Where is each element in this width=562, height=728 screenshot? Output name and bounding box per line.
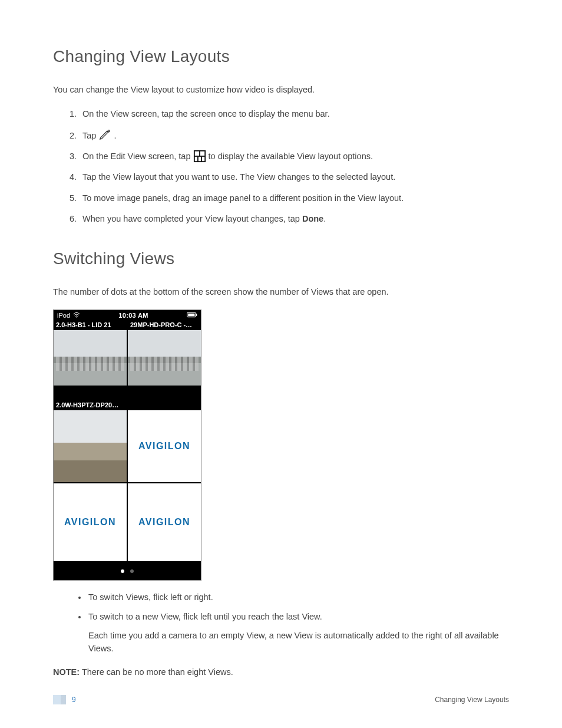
avigilon-logo: AVIGILON — [128, 483, 201, 561]
step-3: On the Edit View screen, tap to display … — [79, 150, 509, 163]
camera-2-pane — [128, 330, 201, 386]
status-bar: iPod 10:03 AM — [54, 310, 201, 321]
device-screenshot: iPod 10:03 AM 2.0-H3-B1 - LID 21 29MP-HD… — [53, 309, 201, 581]
camera-4-pane: AVIGILON — [128, 410, 201, 482]
step-3-pre: On the Edit View screen, tap — [82, 151, 193, 161]
footer-square-icon — [53, 695, 66, 704]
page-dots — [54, 561, 201, 580]
intro-text-1: You can change the View layout to custom… — [53, 84, 509, 97]
step-2-post: . — [114, 131, 116, 140]
note-label: NOTE: — [53, 667, 80, 677]
step-6-bold: Done — [302, 214, 323, 223]
battery-icon — [187, 312, 197, 319]
svg-rect-8 — [196, 314, 197, 316]
step-6-pre: When you have completed your View layout… — [82, 214, 302, 223]
step-2-pre: Tap — [82, 131, 98, 140]
camera-2-title: 29MP-HD-PRO-C -… — [128, 321, 201, 330]
camera-1-pane — [54, 330, 127, 386]
bullets-list: To switch Views, flick left or right. To… — [53, 591, 509, 655]
step-5: To move image panels, drag an image pane… — [79, 192, 509, 205]
svg-point-5 — [76, 317, 77, 317]
camera-3-pane — [54, 410, 127, 482]
note: NOTE: There can be no more than eight Vi… — [53, 666, 509, 679]
step-1: On the View screen, tap the screen once … — [79, 107, 509, 121]
camera-5-pane: AVIGILON — [54, 483, 127, 561]
bullet-1: To switch Views, flick left or right. — [87, 591, 509, 604]
page-dot-active — [121, 569, 124, 573]
status-time: 10:03 AM — [80, 312, 187, 319]
pencil-icon — [98, 131, 114, 140]
page-dot — [130, 569, 134, 573]
camera-3-title: 2.0W-H3PTZ-DP20… — [54, 401, 127, 410]
avigilon-logo: AVIGILON — [54, 483, 127, 561]
step-6: When you have completed your View layout… — [79, 212, 509, 226]
step-3-post: to display the available View layout opt… — [209, 151, 373, 161]
step-2: Tap . — [79, 128, 509, 143]
note-text: There can be no more than eight Views. — [80, 667, 233, 677]
bullet-2-sub: Each time you add a camera to an empty V… — [88, 630, 509, 655]
heading-changing-view-layouts: Changing View Layouts — [53, 47, 509, 66]
camera-1-title: 2.0-H3-B1 - LID 21 — [54, 321, 127, 330]
camera-6-pane: AVIGILON — [128, 483, 201, 561]
grid-icon — [193, 151, 209, 161]
footer-title: Changing View Layouts — [435, 696, 509, 704]
avigilon-logo: AVIGILON — [128, 410, 201, 482]
page-number: 9 — [72, 696, 76, 704]
page-footer: 9 Changing View Layouts — [53, 695, 509, 704]
step-4: Tap the View layout that you want to use… — [79, 170, 509, 184]
bullet-2-text: To switch to a new View, flick left unti… — [88, 612, 322, 621]
camera-4-title-empty — [128, 401, 201, 410]
intro-text-2: The number of dots at the bottom of the … — [53, 286, 509, 299]
status-device: iPod — [57, 312, 70, 319]
steps-list: On the View screen, tap the screen once … — [53, 107, 509, 226]
step-6-post: . — [323, 214, 326, 223]
svg-rect-7 — [188, 313, 194, 316]
bullet-2: To switch to a new View, flick left unti… — [87, 611, 509, 655]
wifi-icon — [73, 312, 80, 319]
heading-switching-views: Switching Views — [53, 249, 509, 268]
